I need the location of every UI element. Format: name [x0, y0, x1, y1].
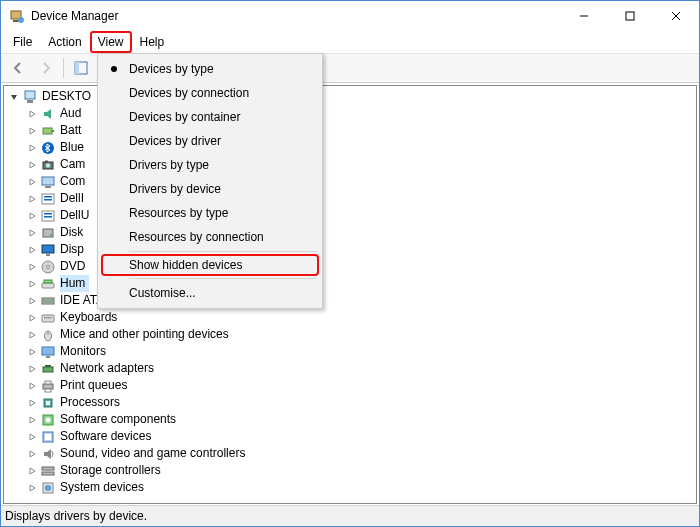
show-hide-tree-button[interactable]	[68, 55, 94, 81]
menu-help[interactable]: Help	[132, 31, 173, 53]
expand-icon[interactable]	[24, 211, 40, 221]
tree-item[interactable]: Mice and other pointing devices	[4, 326, 696, 343]
tree-root-label: DESKTO	[42, 88, 95, 105]
tree-item-label: Sound, video and game controllers	[60, 445, 249, 462]
tree-item[interactable]: Processors	[4, 394, 696, 411]
computer-icon	[22, 89, 38, 105]
svg-rect-17	[45, 160, 48, 162]
svg-rect-49	[45, 389, 51, 392]
expand-icon[interactable]	[24, 347, 40, 357]
menu-view-option[interactable]: Devices by container	[101, 105, 319, 129]
svg-rect-39	[48, 317, 50, 319]
menu-view-option[interactable]: Devices by connection	[101, 81, 319, 105]
tree-item-label: Software devices	[60, 428, 155, 445]
tree-item-label: Print queues	[60, 377, 131, 394]
expand-icon[interactable]	[24, 449, 40, 459]
back-button[interactable]	[5, 55, 31, 81]
tree-item[interactable]: Storage controllers	[4, 462, 696, 479]
expand-icon[interactable]	[24, 143, 40, 153]
expand-icon[interactable]	[24, 296, 40, 306]
svg-rect-10	[27, 100, 33, 103]
tree-item[interactable]: Keyboards	[4, 309, 696, 326]
device-manager-window: Device Manager File Action View Help DES…	[0, 0, 700, 527]
tree-item[interactable]: Network adapters	[4, 360, 696, 377]
expand-icon[interactable]	[24, 398, 40, 408]
tree-item[interactable]: System devices	[4, 479, 696, 496]
svg-rect-35	[43, 299, 53, 303]
expand-icon[interactable]	[24, 330, 40, 340]
menu-separator	[129, 251, 317, 252]
menu-view-option[interactable]: Resources by type	[101, 201, 319, 225]
expand-icon[interactable]	[24, 262, 40, 272]
svg-point-60	[45, 485, 51, 491]
svg-rect-19	[45, 186, 51, 188]
menu-show-hidden-devices[interactable]: Show hidden devices	[101, 254, 319, 276]
tree-item-label: Monitors	[60, 343, 110, 360]
minimize-button[interactable]	[561, 1, 607, 31]
tree-item-label: Software components	[60, 411, 180, 428]
maximize-button[interactable]	[607, 1, 653, 31]
tree-item[interactable]: Software devices	[4, 428, 696, 445]
menu-view-option[interactable]: Drivers by device	[101, 177, 319, 201]
collapse-icon[interactable]	[6, 92, 22, 102]
svg-rect-45	[43, 367, 53, 372]
keyboard-icon	[40, 310, 56, 326]
menu-item-label: Drivers by device	[129, 182, 221, 196]
expand-icon[interactable]	[24, 109, 40, 119]
tree-item-label: Disp	[60, 241, 88, 258]
expand-icon[interactable]	[24, 415, 40, 425]
svg-rect-11	[44, 112, 47, 116]
svg-rect-12	[43, 128, 52, 134]
svg-rect-47	[43, 384, 53, 389]
expand-icon[interactable]	[24, 126, 40, 136]
expand-icon[interactable]	[24, 432, 40, 442]
expand-icon[interactable]	[24, 279, 40, 289]
tree-item-label: DellI	[60, 190, 88, 207]
menu-separator	[129, 278, 317, 279]
status-bar: Displays drivers by device.	[1, 505, 699, 526]
menu-customise[interactable]: Customise...	[101, 281, 319, 305]
menu-item-label: Devices by connection	[129, 86, 249, 100]
menu-view-option[interactable]: Drivers by type	[101, 153, 319, 177]
app-icon	[9, 8, 25, 24]
svg-rect-25	[44, 216, 52, 218]
menu-view-option[interactable]: Devices by driver	[101, 129, 319, 153]
tree-item[interactable]: Monitors	[4, 343, 696, 360]
dvd-icon	[40, 259, 56, 275]
expand-icon[interactable]	[24, 194, 40, 204]
tree-item-label: Keyboards	[60, 309, 121, 326]
expand-icon[interactable]	[24, 160, 40, 170]
expand-icon[interactable]	[24, 381, 40, 391]
tree-item[interactable]: Software components	[4, 411, 696, 428]
expand-icon[interactable]	[24, 313, 40, 323]
expand-icon[interactable]	[24, 245, 40, 255]
tree-item-label: Cam	[60, 156, 89, 173]
expand-icon[interactable]	[24, 364, 40, 374]
forward-button[interactable]	[33, 55, 59, 81]
expand-icon[interactable]	[24, 177, 40, 187]
expand-icon[interactable]	[24, 483, 40, 493]
svg-rect-9	[25, 91, 35, 99]
svg-point-53	[46, 417, 51, 422]
close-button[interactable]	[653, 1, 699, 31]
printer-icon	[40, 378, 56, 394]
menu-view-option[interactable]: Resources by connection	[101, 225, 319, 249]
expand-icon[interactable]	[24, 228, 40, 238]
tree-item[interactable]: Sound, video and game controllers	[4, 445, 696, 462]
svg-rect-22	[44, 199, 52, 201]
network-icon	[40, 361, 56, 377]
svg-rect-55	[45, 434, 51, 440]
svg-rect-24	[44, 213, 52, 215]
expand-icon[interactable]	[24, 466, 40, 476]
tree-item[interactable]: Print queues	[4, 377, 696, 394]
menu-item-label: Devices by driver	[129, 134, 221, 148]
svg-rect-40	[50, 317, 52, 319]
menu-item-label: Devices by type	[129, 62, 214, 76]
menu-action[interactable]: Action	[40, 31, 89, 53]
menu-item-label: Devices by container	[129, 110, 240, 124]
svg-rect-37	[44, 317, 46, 319]
menu-file[interactable]: File	[5, 31, 40, 53]
menu-view[interactable]: View	[90, 31, 132, 53]
cpu-icon	[40, 395, 56, 411]
menu-view-option[interactable]: Devices by type	[101, 57, 319, 81]
